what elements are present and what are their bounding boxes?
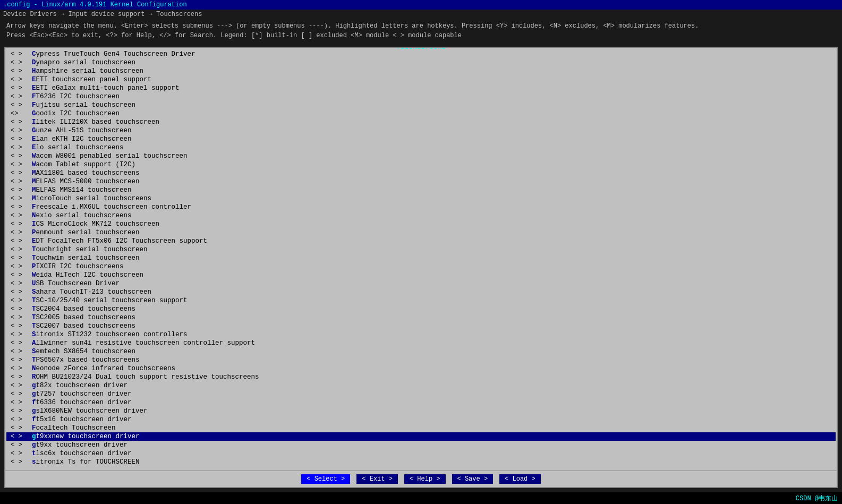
item-rest: ynapro serial touchscreen (36, 59, 136, 66)
list-item[interactable]: < > USB Touchscreen Driver (6, 279, 836, 288)
item-selector: < > (11, 424, 32, 432)
list-item[interactable]: < > TSC2005 based touchscreens (6, 313, 836, 322)
list-item[interactable]: < > gt9xx touchscreen driver (6, 441, 836, 449)
item-selector: < > (11, 390, 32, 398)
list-item[interactable]: < > ft6336 touchscreen driver (6, 398, 836, 407)
list-item[interactable]: < > Gunze AHL-51S touchscreen (6, 126, 836, 135)
list-item[interactable]: < > TSC2004 based touchscreens (6, 305, 836, 313)
list-item[interactable]: < > Wacom Tablet support (I2C) (6, 160, 836, 169)
item-hotkey: W (32, 271, 36, 279)
list-item[interactable]: < > Focaltech Touchscreen (6, 424, 836, 432)
list-item[interactable]: < > Nexio serial touchscreens (6, 211, 836, 220)
item-hotkey: f (32, 399, 36, 406)
list-item[interactable]: < > MELFAS MCS-5000 touchscreen (6, 177, 836, 186)
list-item[interactable]: < > FT6236 I2C touchscreen (6, 92, 836, 101)
item-hotkey: M (32, 169, 36, 177)
item-label: ft5x16 touchscreen driver (32, 416, 132, 423)
list-item[interactable]: < > gslX680NEW touchscreen driver (6, 407, 836, 415)
list-item[interactable]: < > Freescale i.MX6UL touchscreen contro… (6, 203, 836, 211)
item-label: Gunze AHL-51S touchscreen (32, 127, 132, 134)
items-container[interactable]: < > Cypress TrueTouch Gen4 Touchscreen D… (5, 48, 837, 471)
list-item[interactable]: < > Fujitsu serial touchscreen (6, 101, 836, 109)
list-item[interactable]: < > sitronix Ts for TOUCHSCREEN (6, 458, 836, 466)
list-item[interactable]: < > Wacom W8001 penabled serial touchscr… (6, 152, 836, 160)
item-selector: < > (11, 322, 32, 330)
list-item[interactable]: <> Goodix I2C touchscreen (6, 109, 836, 118)
list-item[interactable]: < > MicroTouch serial touchscreens (6, 194, 836, 203)
list-item[interactable]: < > ROHM BU21023/24 Dual touch support r… (6, 373, 836, 381)
item-selector: < > (11, 254, 32, 262)
list-item[interactable]: < > Touchwim serial touchscreen (6, 254, 836, 262)
list-item[interactable]: < > Dynapro serial touchscreen (6, 58, 836, 67)
list-item[interactable]: < > TPS6507x based touchscreens (6, 356, 836, 364)
item-label: Ilitek ILI210X based touchscreen (32, 118, 159, 126)
list-item[interactable]: < > Ilitek ILI210X based touchscreen (6, 118, 836, 126)
item-hotkey: H (32, 67, 36, 75)
list-item[interactable]: < > ft5x16 touchscreen driver (6, 415, 836, 424)
item-rest: acom Tablet support (I2C) (36, 161, 136, 168)
item-label: TSC2005 based touchscreens (32, 314, 135, 321)
item-rest: unze AHL-51S touchscreen (36, 127, 132, 134)
list-item[interactable]: < > Penmount serial touchscreen (6, 228, 836, 237)
list-item[interactable]: < > Weida HiTech I2C touchscreen (6, 271, 836, 279)
list-item[interactable]: < > MELFAS MMS114 touchscreen (6, 186, 836, 194)
item-selector: < > (11, 161, 32, 168)
list-item[interactable]: < > Sahara TouchIT-213 touchscreen (6, 288, 836, 296)
item-rest: ampshire serial touchscreen (36, 67, 144, 75)
list-item[interactable]: < > Hampshire serial touchscreen (6, 67, 836, 75)
item-selector: < > (11, 84, 32, 92)
list-item[interactable]: < > Sitronix ST1232 touchscreen controll… (6, 330, 836, 339)
list-item[interactable]: < > EETI touchscreen panel support (6, 75, 836, 84)
bottom-button-3[interactable]: < Save > (452, 474, 494, 484)
item-rest: CS MicroClock MK712 touchscreen (36, 220, 160, 228)
list-item[interactable]: < > Elan eKTH I2C touchscreen (6, 135, 836, 143)
list-item[interactable]: < > TSC2007 based touchscreens (6, 322, 836, 330)
list-item[interactable]: < > Cypress TrueTouch Gen4 Touchscreen D… (6, 50, 836, 58)
list-item[interactable]: < > Neonode zForce infrared touchscreens (6, 364, 836, 373)
help-text: Arrow keys navigate the menu. <Enter> se… (0, 19, 842, 42)
item-rest: SC2005 based touchscreens (36, 314, 136, 321)
list-item[interactable]: < > TSC-10/25/40 serial touchscreen supp… (6, 296, 836, 305)
list-item[interactable]: < > Allwinner sun4i resistive touchscree… (6, 339, 836, 347)
item-rest: SB Touchscreen Driver (36, 280, 120, 287)
item-label: MELFAS MCS-5000 touchscreen (32, 178, 140, 185)
item-hotkey: C (32, 50, 36, 58)
item-hotkey: S (32, 348, 36, 355)
item-label: gt9xx touchscreen driver (32, 441, 127, 449)
list-item[interactable]: < > ICS MicroClock MK712 touchscreen (6, 220, 836, 228)
list-item[interactable]: < > Touchright serial touchscreen (6, 245, 836, 254)
item-selector: < > (11, 237, 32, 245)
item-selector: < > (11, 263, 32, 270)
help-line1: Arrow keys navigate the menu. <Enter> se… (6, 21, 836, 31)
list-item[interactable]: < > Semtech SX8654 touchscreen (6, 347, 836, 356)
list-item[interactable]: < > tlsc6x touchscreen driver (6, 449, 836, 458)
item-rest: exio serial touchscreens (36, 212, 132, 219)
list-item[interactable]: < > gt7257 touchscreen driver (6, 390, 836, 398)
item-label: gt9xxnew touchscreen driver (32, 433, 140, 440)
list-item[interactable]: < > MAX11801 based touchscreens (6, 169, 836, 177)
item-rest: t5x16 touchscreen driver (36, 416, 132, 423)
list-item[interactable]: < > Elo serial touchscreens (6, 143, 836, 152)
item-label: ft6336 touchscreen driver (32, 399, 132, 406)
item-rest: AX11801 based touchscreens (36, 169, 140, 177)
list-item[interactable]: < > EETI eGalax multi-touch panel suppor… (6, 84, 836, 92)
bottom-button-0[interactable]: < Select > (301, 474, 350, 484)
item-label: gt7257 touchscreen driver (32, 390, 132, 398)
bottom-button-1[interactable]: < Exit > (356, 474, 398, 484)
list-item[interactable]: < > PIXCIR I2C touchscreens (6, 262, 836, 271)
item-selector: < > (11, 339, 32, 347)
item-rest: eida HiTech I2C touchscreen (36, 271, 144, 279)
item-label: MELFAS MMS114 touchscreen (32, 186, 132, 194)
item-selector: < > (11, 67, 32, 75)
item-label: Neonode zForce infrared touchscreens (32, 365, 175, 372)
list-item[interactable]: < > EDT FocalTech FT5x06 I2C Touchscreen… (6, 237, 836, 245)
list-item[interactable]: < > gt9xxnew touchscreen driver (6, 432, 836, 441)
bottom-button-4[interactable]: < Load > (499, 474, 541, 484)
list-item[interactable]: < > gt82x touchscreen driver (6, 381, 836, 390)
item-rest: enmount serial touchscreen (36, 229, 140, 236)
item-label: gt82x touchscreen driver (32, 382, 127, 389)
item-label: Sahara TouchIT-213 touchscreen (32, 288, 151, 296)
item-rest: T6236 I2C touchscreen (36, 93, 120, 100)
bottom-button-2[interactable]: < Help > (404, 474, 446, 484)
item-label: Penmount serial touchscreen (32, 229, 140, 236)
